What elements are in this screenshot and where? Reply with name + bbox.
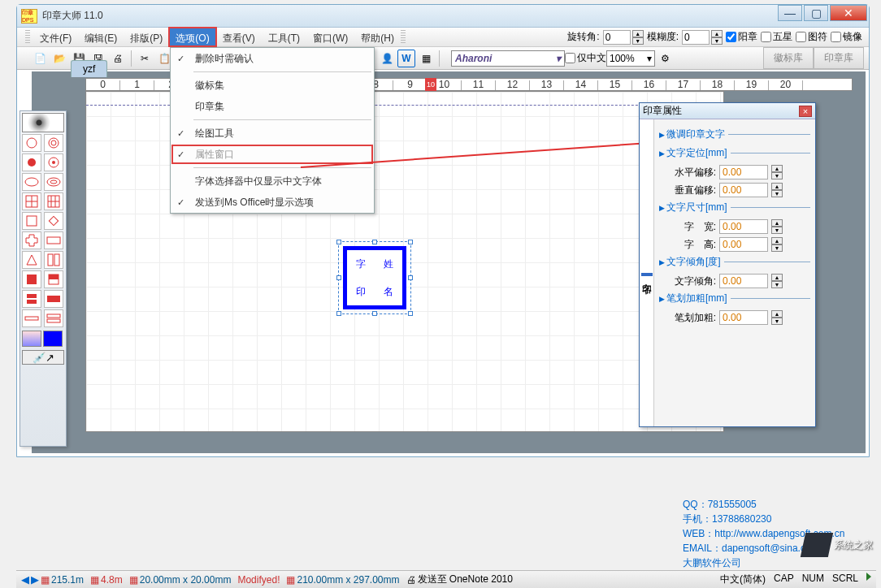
h-offset-input[interactable]: [719, 165, 768, 179]
svg-rect-18: [47, 237, 60, 244]
spin-down[interactable]: ▼: [711, 37, 723, 45]
dd-logo-set[interactable]: 徽标集: [171, 75, 374, 96]
stamp-object[interactable]: 字姓 印名: [343, 246, 406, 309]
props-close-button[interactable]: ×: [799, 106, 812, 117]
word-icon[interactable]: W: [397, 50, 415, 67]
chk-chinese-only[interactable]: [565, 53, 575, 63]
menu-view[interactable]: 查看(V): [216, 28, 262, 46]
angle-input[interactable]: [719, 274, 768, 288]
tab-stamps[interactable]: 印章库: [814, 47, 864, 69]
props-char-selector[interactable]: 姓名字印: [640, 119, 654, 426]
menu-tools[interactable]: 工具(T): [262, 28, 306, 46]
rotate-input[interactable]: [603, 30, 631, 45]
toolbar: 📄 📂 💾 🖫 🖨 ✂ 📋 👤 W ▦ Aharoni▾ 仅中文 100%▾ ⚙…: [17, 47, 869, 70]
minimize-button[interactable]: —: [778, 5, 802, 21]
dd-confirm-delete[interactable]: ✓删除时需确认: [171, 48, 374, 69]
dd-chinese-fonts[interactable]: 字体选择器中仅显示中文字体: [171, 171, 374, 192]
dd-stamp-set[interactable]: 印章集: [171, 96, 374, 117]
shape-half-icon[interactable]: [44, 270, 63, 288]
settings-icon[interactable]: ⚙: [656, 50, 674, 67]
shape-rects-icon[interactable]: [44, 251, 63, 269]
corner-logo: 系统之家: [803, 533, 873, 557]
print-icon[interactable]: 🖨: [109, 50, 127, 67]
close-button[interactable]: ✕: [830, 5, 867, 21]
chk-tufu[interactable]: [796, 32, 806, 42]
svg-rect-19: [48, 254, 53, 266]
spin-up[interactable]: ▲: [711, 30, 723, 37]
shape-circle-icon[interactable]: [22, 134, 41, 152]
eye-icon[interactable]: [22, 113, 64, 132]
tab-logos[interactable]: 徽标库: [763, 47, 814, 69]
v-offset-input[interactable]: [719, 183, 768, 197]
menu-edit[interactable]: 编辑(E): [78, 28, 124, 46]
chk-wuxing[interactable]: [761, 32, 771, 42]
bold-input[interactable]: [719, 310, 768, 325]
chk-yang[interactable]: [726, 32, 736, 42]
color-box-blue[interactable]: [43, 331, 63, 347]
chk-mirror[interactable]: [831, 32, 841, 42]
shape-cross-icon[interactable]: [22, 231, 41, 249]
shape-thin-icon[interactable]: [22, 309, 41, 327]
section-position[interactable]: 文字定位[mm]: [659, 146, 810, 160]
titlebar: 印章DPS 印章大师 11.0 — ▢ ✕: [17, 5, 869, 28]
eyedropper-icon[interactable]: 💉↗: [22, 350, 64, 365]
new-icon[interactable]: 📄: [31, 50, 49, 67]
section-angle[interactable]: 文字倾角[度]: [659, 255, 810, 269]
document-tab[interactable]: yzf: [71, 60, 107, 77]
svg-rect-23: [49, 275, 59, 279]
dd-office-options[interactable]: ✓发送到Ms Office时显示选项: [171, 192, 374, 213]
maximize-button[interactable]: ▢: [804, 5, 828, 21]
shape-ring-icon[interactable]: [44, 134, 63, 152]
spin-down[interactable]: ▼: [632, 37, 644, 45]
grip-handle[interactable]: [401, 30, 406, 44]
ruler-marker: 10: [425, 78, 436, 91]
svg-rect-25: [27, 300, 37, 304]
shape-wide-icon[interactable]: [44, 290, 63, 308]
menu-file[interactable]: 文件(F): [33, 28, 78, 46]
shape-split-icon[interactable]: [22, 290, 41, 308]
section-size[interactable]: 文字尺寸[mm]: [659, 201, 810, 214]
window-title: 印章大师 11.0: [42, 9, 865, 23]
resize-grip-icon[interactable]: [866, 573, 871, 581]
spin-up[interactable]: ▲: [632, 30, 644, 37]
open-icon[interactable]: 📂: [50, 50, 68, 67]
shape-grid-icon[interactable]: [22, 192, 41, 210]
options-dropdown: ✓删除时需确认 徽标集 印章集 ✓绘图工具 ✓属性窗口 字体选择器中仅显示中文字…: [170, 47, 375, 214]
shape-ellipse2-icon[interactable]: [44, 173, 63, 191]
color-box-gradient[interactable]: [22, 331, 41, 347]
shape-grid3-icon[interactable]: [44, 192, 63, 210]
user-icon[interactable]: 👤: [378, 50, 396, 67]
char-width-input[interactable]: [719, 219, 768, 234]
cut-icon[interactable]: ✂: [136, 50, 154, 67]
shape-tri-icon[interactable]: [22, 251, 41, 269]
menu-window[interactable]: 窗口(W): [306, 28, 354, 46]
dd-draw-tools[interactable]: ✓绘图工具: [171, 123, 374, 144]
shape-target-icon[interactable]: [44, 153, 63, 171]
shape-bars-icon[interactable]: [44, 309, 63, 327]
section-bold[interactable]: 笔划加粗[mm]: [659, 292, 810, 305]
app-icon: 印章DPS: [21, 9, 37, 24]
menu-help[interactable]: 帮助(H): [354, 28, 401, 46]
shape-square-icon[interactable]: [22, 212, 41, 230]
shape-dot-icon[interactable]: [22, 153, 41, 171]
shape-ellipse-icon[interactable]: [22, 173, 41, 191]
zoom-select[interactable]: 100%▾: [606, 50, 655, 67]
shape-rect-icon[interactable]: [44, 231, 63, 249]
grip-handle[interactable]: [25, 30, 30, 44]
svg-rect-28: [47, 314, 60, 318]
dd-props-window[interactable]: ✓属性窗口: [171, 144, 374, 165]
svg-rect-27: [25, 317, 38, 320]
shape-diamond-icon[interactable]: [44, 212, 63, 230]
rotate-label: 旋转角:: [567, 30, 599, 44]
svg-rect-16: [27, 216, 37, 226]
svg-point-5: [52, 161, 55, 164]
blur-input[interactable]: [682, 30, 710, 45]
char-height-input[interactable]: [719, 237, 768, 252]
shape-fill-icon[interactable]: [22, 270, 41, 288]
section-adjust[interactable]: 微调印章文字: [659, 128, 810, 141]
menu-layout[interactable]: 排版(P): [124, 28, 169, 46]
stamp-icon[interactable]: ▦: [417, 50, 435, 67]
menu-options[interactable]: 选项(O): [169, 28, 215, 46]
tool-palette: 💉↗: [20, 110, 67, 447]
font-select[interactable]: Aharoni▾: [451, 50, 565, 67]
